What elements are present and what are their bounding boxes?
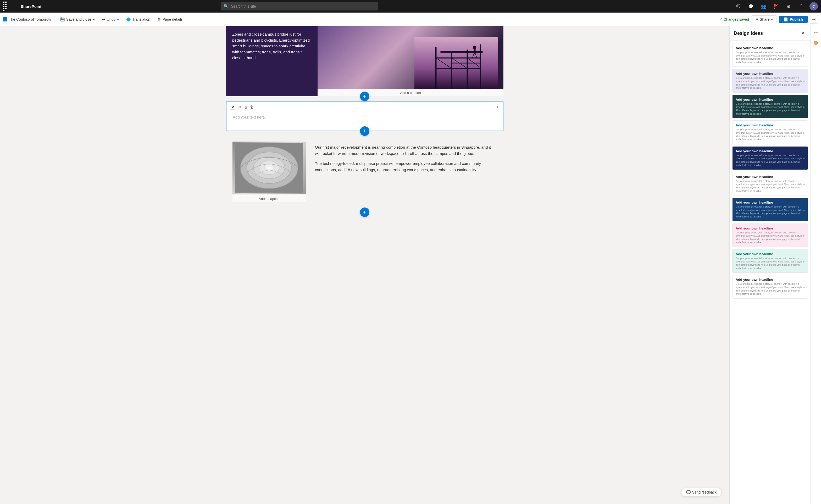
- collapse-button[interactable]: ⇥: [810, 15, 818, 24]
- app-launcher-icon[interactable]: [3, 2, 8, 11]
- avatar[interactable]: C: [809, 2, 818, 10]
- design-idea-card-10[interactable]: Add your own headline Get your point acr…: [732, 275, 808, 298]
- add-section-button-1[interactable]: +: [360, 92, 369, 101]
- idea-headline-5: Add your own headline: [736, 149, 805, 153]
- add-section-button-3[interactable]: +: [360, 208, 369, 217]
- svg-rect-6: [436, 68, 481, 69]
- hero-image-area: Add a caption: [317, 26, 504, 96]
- idea-headline-6: Add your own headline: [736, 175, 805, 179]
- idea-body-2: Get your point across, tell a story, or …: [736, 76, 805, 89]
- nav-icons: ⓪ 💬 👥 🚩 ⚙ ? C: [734, 2, 818, 10]
- spiral-staircase-image: [232, 142, 306, 194]
- idea-headline-1: Add your own headline: [736, 46, 805, 50]
- page-details-label: Page details: [163, 17, 183, 21]
- svg-rect-13: [474, 49, 476, 54]
- changes-saved-label: Changes saved: [724, 17, 749, 21]
- changes-saved-status: ✓ Changes saved: [719, 17, 749, 21]
- image-caption-2[interactable]: Add a caption: [232, 195, 306, 202]
- share-icon: ↗: [755, 17, 758, 21]
- section-settings-button[interactable]: ⚙: [237, 104, 243, 110]
- add-section-button-2[interactable]: +: [360, 126, 369, 136]
- undo-button[interactable]: ↩ Undo ▾: [99, 16, 121, 23]
- idea-headline-4: Add your own headline: [736, 123, 805, 127]
- idea-headline-3: Add your own headline: [736, 98, 805, 102]
- editor-area[interactable]: Zones and cross-campus bridge just for p…: [0, 26, 729, 504]
- people-icon[interactable]: 👥: [759, 2, 768, 10]
- page-content: Zones and cross-campus bridge just for p…: [226, 26, 504, 215]
- design-idea-card-3[interactable]: Add your own headline Get your point acr…: [732, 95, 808, 118]
- svg-rect-11: [441, 51, 483, 53]
- toolbar-right: ✓ Changes saved ↗ Share ▾ 📄 Publish ⇥: [719, 15, 818, 24]
- save-close-label: Save and close: [66, 17, 91, 21]
- section-delete-button[interactable]: 🗑: [249, 104, 255, 110]
- design-idea-card-5[interactable]: Add your own headline Get your point acr…: [732, 146, 808, 170]
- idea-body-7: Get your point across, tell a story, or …: [736, 205, 805, 218]
- design-idea-card-2[interactable]: Add your own headline Get your point acr…: [732, 69, 808, 92]
- idea-headline-10: Add your own headline: [736, 278, 805, 282]
- idea-body-9: Get your point across, tell a story, or …: [736, 257, 805, 270]
- search-bar[interactable]: 🔍: [221, 2, 378, 10]
- app-name-label: SharePoint: [21, 4, 41, 9]
- design-idea-card-9[interactable]: Add your own headline Get your point acr…: [732, 249, 808, 273]
- svg-point-23: [267, 167, 271, 169]
- panel-scrollable[interactable]: Add your own headline Get your point acr…: [730, 41, 811, 504]
- section-toolbar: ✥ ⚙ ⎘ 🗑 +: [226, 102, 503, 110]
- share-button[interactable]: ↗ Share ▾: [751, 15, 777, 23]
- idea-headline-8: Add your own headline: [736, 226, 805, 230]
- idea-body-1: Get your point across, tell a story, or …: [736, 51, 805, 64]
- panel-side-icons: ✏ 🎨: [811, 26, 821, 504]
- send-feedback-button[interactable]: 💬 Send feedback: [681, 488, 722, 497]
- section-copy-button[interactable]: ⎘: [244, 104, 248, 110]
- publish-button[interactable]: 📄 Publish: [779, 16, 808, 23]
- design-idea-card-6[interactable]: Add your own headline Get your point acr…: [732, 172, 808, 195]
- column-image: Add a caption: [226, 142, 312, 202]
- design-idea-card-1[interactable]: Add your own headline Get your point acr…: [732, 43, 808, 67]
- svg-point-12: [473, 46, 476, 49]
- move-icon: ✥: [231, 105, 234, 109]
- save-close-button[interactable]: 💾 Save and close ▾: [58, 16, 97, 23]
- svg-rect-5: [436, 58, 481, 58]
- design-side-icon[interactable]: 🎨: [812, 39, 820, 47]
- panel-close-button[interactable]: ✕: [799, 30, 806, 37]
- search-input[interactable]: [231, 4, 375, 8]
- divider-line: [258, 107, 493, 107]
- add-section-area-3: +: [226, 208, 504, 215]
- flag-icon[interactable]: 🚩: [772, 2, 780, 10]
- body-paragraph-1: Our first major redevelopment is nearing…: [315, 144, 496, 157]
- panel-title: Design ideas: [734, 31, 763, 36]
- question-icon[interactable]: ?: [797, 2, 805, 10]
- idea-headline-9: Add your own headline: [736, 252, 805, 256]
- section-move-button[interactable]: ✥: [230, 104, 236, 110]
- design-idea-card-7[interactable]: Add your own headline Get your point acr…: [732, 198, 808, 221]
- breadcrumb-label: The Contoso of Tomorrow: [9, 17, 51, 21]
- editor-toolbar: The Contoso of Tomorrow 💾 Save and close…: [0, 13, 821, 26]
- svg-rect-7: [451, 63, 481, 63]
- page-details-button[interactable]: ⚙ Page details: [155, 16, 185, 23]
- column-text: Our first major redevelopment is nearing…: [312, 142, 504, 202]
- publish-icon: 📄: [784, 17, 788, 21]
- pencil-side-icon[interactable]: ✏: [812, 28, 820, 37]
- hero-text-block: Zones and cross-campus bridge just for p…: [226, 26, 317, 96]
- breadcrumb[interactable]: The Contoso of Tomorrow: [3, 17, 51, 21]
- hero-image: [317, 26, 504, 89]
- share-label: Share: [760, 17, 769, 21]
- hero-paragraph: Zones and cross-campus bridge just for p…: [232, 31, 311, 61]
- feedback-icon: 💬: [686, 490, 691, 494]
- toolbar-left: The Contoso of Tomorrow 💾 Save and close…: [3, 16, 185, 23]
- image-caption-1[interactable]: Add a caption: [317, 89, 504, 96]
- two-column-section: Add a caption Our first major redevelopm…: [226, 136, 504, 208]
- send-feedback-label: Send feedback: [692, 490, 717, 494]
- translation-button[interactable]: 🌐 Translation: [124, 16, 153, 23]
- spiral-svg: [235, 143, 303, 193]
- settings-icon[interactable]: ⚙: [784, 2, 793, 10]
- add-section-area-1: +: [226, 96, 504, 102]
- add-webpart-button[interactable]: +: [496, 104, 500, 110]
- save-icon: 💾: [60, 17, 65, 21]
- design-idea-card-4[interactable]: Add your own headline Get your point acr…: [732, 120, 808, 144]
- undo-chevron: ▾: [117, 17, 119, 21]
- translation-label: Translation: [132, 17, 150, 21]
- chat-icon[interactable]: 💬: [747, 2, 755, 10]
- design-idea-card-8[interactable]: Add your own headline Get your point acr…: [732, 223, 808, 247]
- help-icon[interactable]: ⓪: [734, 2, 742, 10]
- translation-icon: 🌐: [126, 17, 131, 21]
